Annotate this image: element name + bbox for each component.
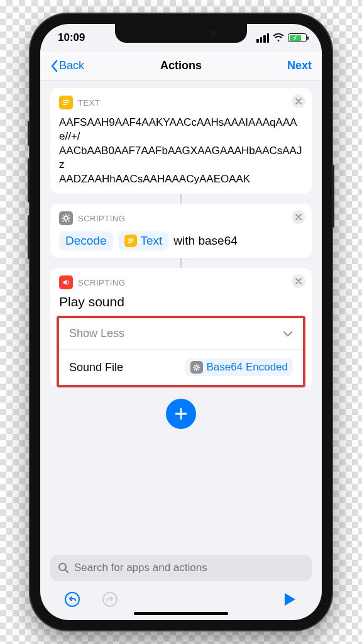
text-mini-icon [124, 235, 137, 247]
next-button[interactable]: Next [287, 59, 312, 72]
gear-icon [190, 361, 203, 374]
close-icon [295, 98, 302, 104]
editor-toolbar [50, 581, 312, 611]
svg-point-3 [64, 216, 68, 220]
run-button[interactable] [280, 590, 299, 609]
sound-category-icon [59, 275, 73, 289]
svg-rect-0 [63, 100, 69, 101]
sound-file-value-label: Base64 Encoded [207, 361, 288, 374]
decode-verb-token[interactable]: Decode [59, 231, 113, 250]
text-category-icon [59, 96, 73, 109]
back-button[interactable]: Back [50, 59, 84, 72]
battery-icon: ⚡︎ [288, 33, 307, 42]
decode-category-label: SCRIPTING [78, 214, 125, 223]
search-input[interactable] [74, 562, 304, 574]
close-icon [295, 214, 302, 220]
home-indicator[interactable] [134, 612, 228, 615]
wifi-icon [273, 33, 284, 42]
sound-file-value-token[interactable]: Base64 Encoded [185, 358, 293, 376]
show-less-label: Show Less [69, 327, 124, 340]
svg-rect-2 [63, 104, 67, 105]
status-time: 10:09 [58, 31, 85, 44]
sound-file-label: Sound File [69, 361, 123, 374]
play-sound-action-card[interactable]: SCRIPTING Play sound Show Less Sound Fil… [50, 268, 312, 387]
play-action-title: Play sound [59, 294, 303, 309]
add-action-button[interactable] [166, 399, 196, 429]
show-less-row[interactable]: Show Less [59, 318, 303, 349]
search-icon [58, 562, 69, 574]
workflow-connector [50, 194, 312, 204]
svg-rect-5 [128, 240, 133, 241]
chevron-left-icon [50, 60, 58, 72]
text-action-body[interactable]: AAFSAAH9AAF4AAKYAACcAAHsAAAIAAAqAAAe//+/… [59, 116, 303, 186]
svg-rect-1 [63, 102, 69, 103]
text-category-label: TEXT [78, 98, 100, 108]
decode-target-token[interactable]: Text [118, 231, 169, 250]
highlight-annotation: Show Less Sound File Base64 Encoded [57, 316, 305, 387]
navigation-bar: Back Actions Next [40, 52, 322, 80]
text-action-card[interactable]: TEXT AAFSAAH9AAF4AAKYAACcAAHsAAAIAAAqAAA… [50, 88, 312, 194]
sound-file-row[interactable]: Sound File Base64 Encoded [59, 349, 303, 385]
play-action-dismiss[interactable] [292, 274, 305, 288]
signal-icon [256, 33, 269, 43]
undo-icon [64, 591, 80, 608]
plus-icon [174, 407, 188, 421]
svg-point-7 [195, 366, 198, 369]
undo-button[interactable] [63, 590, 82, 609]
workflow-connector [50, 258, 312, 268]
decode-action-card[interactable]: SCRIPTING Decode Text with base64 [50, 204, 312, 258]
svg-rect-6 [128, 242, 131, 243]
play-category-label: SCRIPTING [78, 278, 125, 287]
svg-rect-4 [128, 239, 133, 240]
text-action-dismiss[interactable] [292, 94, 305, 108]
search-field[interactable] [50, 555, 312, 581]
decode-action-dismiss[interactable] [292, 210, 305, 224]
redo-icon [102, 591, 118, 608]
back-label: Back [59, 59, 84, 72]
redo-button[interactable] [101, 590, 119, 609]
decode-target-label: Text [141, 234, 163, 248]
close-icon [295, 278, 302, 284]
play-icon [283, 592, 297, 607]
chevron-down-icon [283, 328, 293, 340]
device-notch [115, 24, 247, 43]
scripting-category-icon [59, 211, 73, 225]
decode-suffix-label: with base64 [173, 234, 237, 248]
